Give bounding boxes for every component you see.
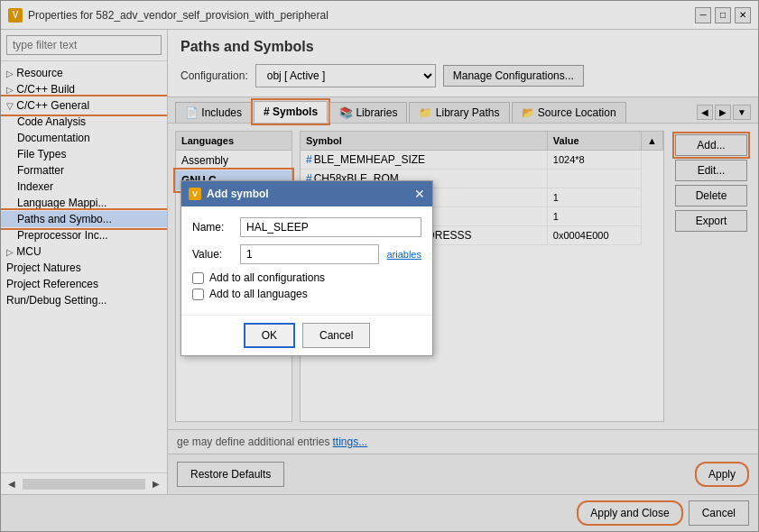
checkbox-all-configurations[interactable] (192, 272, 204, 284)
sidebar-item-documentation[interactable]: Documentation (1, 130, 167, 146)
app-icon: V (8, 8, 23, 23)
value-cell (547, 170, 641, 188)
modal-name-row: Name: (192, 217, 421, 237)
value-cell: 1024*8 (547, 151, 641, 170)
info-bar: ge may define additional entries ttings.… (168, 429, 758, 454)
modal-checkbox-all-config: Add to all configurations (192, 271, 421, 284)
sidebar-item-project-references[interactable]: Project References (1, 276, 167, 292)
edit-symbol-button[interactable]: Edit... (675, 160, 747, 181)
sidebar-item-formatter[interactable]: Formatter (1, 162, 167, 179)
sidebar-item-label: Code Analysis (17, 115, 86, 128)
checkbox-all-languages[interactable] (192, 289, 204, 300)
right-action-buttons: Add... Edit... Delete Export (671, 131, 751, 422)
modal-title-bar: V Add symbol ✕ (181, 181, 432, 206)
modal-icon: V (189, 188, 201, 200)
tree-container: ▷ Resource ▷ C/C++ Build ▽ C/C++ General… (1, 61, 167, 472)
search-input[interactable] (6, 35, 162, 55)
checkbox-all-configurations-label: Add to all configurations (209, 271, 325, 284)
sidebar-item-label: Project References (6, 278, 98, 290)
tab-library-paths[interactable]: 📁 Library Paths (409, 102, 509, 123)
add-symbol-button[interactable]: Add... (675, 134, 747, 156)
modal-name-label: Name: (192, 221, 233, 234)
language-assembly[interactable]: Assembly (176, 151, 292, 170)
tab-scroll: ◀ ▶ ▼ (697, 105, 751, 120)
export-symbol-button[interactable]: Export (675, 210, 747, 232)
tab-scroll-down-button[interactable]: ▼ (733, 105, 751, 120)
checkbox-all-languages-label: Add to all languages (209, 288, 308, 300)
variables-link[interactable]: ariables (386, 249, 421, 260)
value-cell: 1 (547, 188, 641, 207)
tab-source-location[interactable]: 📂 Source Location (512, 102, 626, 123)
sidebar-item-label: Run/Debug Setting... (6, 294, 106, 307)
minimize-button[interactable]: ─ (695, 7, 711, 23)
modal-value-label: Value: (192, 248, 233, 261)
sidebar-item-project-natures[interactable]: Project Natures (1, 260, 167, 276)
modal-value-input[interactable] (240, 244, 379, 264)
window-controls: ─ □ ✕ (695, 7, 751, 23)
apply-button[interactable]: Apply (695, 462, 749, 487)
sidebar-item-label: Language Mappi... (17, 197, 106, 209)
cancel-button[interactable]: Cancel (689, 500, 749, 526)
maximize-button[interactable]: □ (715, 7, 731, 23)
modal-value-row: Value: ariables (192, 244, 421, 264)
search-box (1, 30, 167, 61)
modal-checkbox-all-lang: Add to all languages (192, 288, 421, 300)
sidebar-item-cpp-general[interactable]: ▽ C/C++ General (1, 97, 167, 114)
config-dropdown[interactable]: obj [ Active ] (255, 64, 436, 87)
tab-library-paths-label: Library Paths (436, 106, 500, 119)
symbol-cell: #BLE_MEMHEAP_SIZE (301, 151, 547, 170)
sidebar-item-label: MCU (16, 245, 41, 258)
apply-and-close-button[interactable]: Apply and Close (577, 500, 682, 526)
sidebar-back-button[interactable]: ◀ (5, 477, 19, 491)
tab-libraries-icon: 📚 (339, 106, 353, 119)
modal-ok-button[interactable]: OK (244, 323, 295, 348)
modal-name-input[interactable] (240, 217, 421, 237)
sidebar-item-preprocessor[interactable]: Preprocessor Inc... (1, 227, 167, 243)
sidebar-forward-button[interactable]: ▶ (149, 477, 163, 491)
modal-cancel-button[interactable]: Cancel (302, 323, 370, 348)
config-label: Configuration: (180, 69, 248, 82)
expand-icon: ▷ (6, 247, 14, 257)
restore-defaults-button[interactable]: Restore Defaults (177, 462, 284, 487)
sidebar-item-label: Project Natures (6, 261, 81, 274)
sidebar-item-paths-symbols[interactable]: Paths and Symbo... (1, 211, 167, 227)
sidebar-item-label: Resource (16, 67, 62, 79)
sidebar-item-language-mapping[interactable]: Language Mappi... (1, 195, 167, 211)
sidebar-item-label: C/C++ General (16, 99, 89, 112)
manage-configurations-button[interactable]: Manage Configurations... (443, 65, 584, 87)
tab-includes[interactable]: 📄 Includes (175, 102, 252, 123)
value-cell: 0x0004E000 (547, 226, 641, 245)
settings-link[interactable]: ttings... (333, 436, 368, 448)
info-text: ge may define additional entries (177, 436, 329, 448)
bottom-bar: Restore Defaults Apply (168, 454, 758, 494)
tabs-bar: 📄 Includes # Symbols 📚 Libraries 📁 Libra… (168, 97, 758, 124)
sidebar-item-resource[interactable]: ▷ Resource (1, 65, 167, 81)
close-button[interactable]: ✕ (735, 7, 751, 23)
col-value: Value (547, 132, 641, 151)
tab-includes-label: Includes (201, 106, 242, 119)
sidebar-item-mcu[interactable]: ▷ MCU (1, 243, 167, 260)
symbol-row-ble[interactable]: #BLE_MEMHEAP_SIZE 1024*8 (301, 151, 663, 170)
tab-scroll-left-button[interactable]: ◀ (697, 105, 713, 120)
tab-scroll-right-button[interactable]: ▶ (715, 105, 731, 120)
modal-title: Add symbol (207, 188, 269, 200)
tab-symbols[interactable]: # Symbols (254, 101, 328, 123)
tab-libraries[interactable]: 📚 Libraries (329, 102, 407, 123)
sidebar-item-label: Documentation (17, 132, 90, 144)
sidebar-item-file-types[interactable]: File Types (1, 146, 167, 162)
add-symbol-modal: V Add symbol ✕ Name: Value: ariables Add… (180, 180, 433, 356)
tab-library-paths-icon: 📁 (419, 106, 432, 119)
tab-source-location-icon: 📂 (522, 106, 535, 119)
delete-symbol-button[interactable]: Delete (675, 185, 747, 206)
col-symbol: Symbol (301, 132, 547, 151)
sidebar-item-cpp-build[interactable]: ▷ C/C++ Build (1, 81, 167, 97)
sidebar-item-code-analysis[interactable]: Code Analysis (1, 114, 167, 130)
tab-libraries-label: Libraries (356, 106, 397, 119)
window-title: Properties for 582_adv_vendor_self_provi… (28, 9, 329, 22)
modal-close-button[interactable]: ✕ (414, 187, 425, 201)
sidebar-item-label: File Types (17, 148, 66, 161)
modal-body: Name: Value: ariables Add to all configu… (181, 206, 432, 315)
sidebar-item-indexer[interactable]: Indexer (1, 179, 167, 195)
sidebar-item-run-debug[interactable]: Run/Debug Setting... (1, 292, 167, 308)
dialog-bottom-bar: Apply and Close Cancel (1, 494, 758, 531)
